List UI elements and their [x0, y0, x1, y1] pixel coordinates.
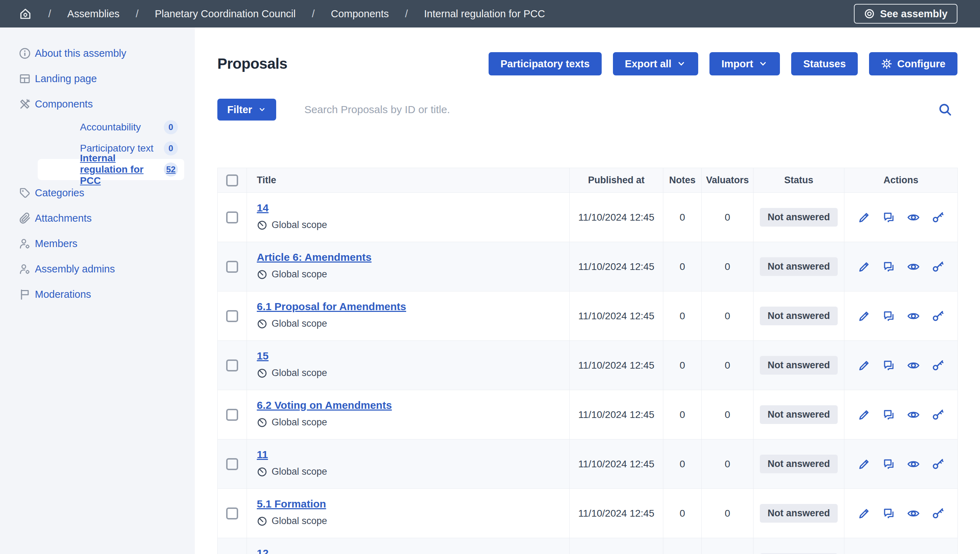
answer-proposal-button[interactable] — [882, 457, 896, 471]
search-button[interactable] — [933, 102, 958, 117]
home-icon[interactable] — [19, 7, 32, 21]
proposal-title-link[interactable]: 5.1 Formation — [257, 498, 326, 510]
proposal-title-link[interactable]: 15 — [257, 350, 269, 362]
eye-icon — [907, 260, 920, 274]
sidebar-item-assembly-admins[interactable]: Assembly admins — [0, 256, 195, 282]
sidebar-item-attachments[interactable]: Attachments — [0, 205, 195, 231]
sidebar-item-components[interactable]: Components — [0, 91, 195, 117]
sidebar-item-internal-regulation[interactable]: Internal regulation for PCC 52 — [38, 159, 184, 180]
answer-proposal-button[interactable] — [882, 211, 896, 224]
chat-icon — [882, 309, 896, 323]
row-checkbox[interactable] — [226, 508, 238, 519]
pencil-icon — [858, 408, 871, 422]
status-badge: Not answered — [760, 307, 838, 325]
eye-icon — [907, 507, 920, 520]
edit-proposal-button[interactable] — [858, 260, 871, 274]
preview-proposal-button[interactable] — [907, 211, 920, 224]
proposal-title-link[interactable]: 6.2 Voting on Amendments — [257, 399, 392, 411]
select-all-checkbox[interactable] — [226, 174, 238, 186]
answer-proposal-button[interactable] — [882, 408, 896, 422]
answer-proposal-button[interactable] — [882, 359, 896, 372]
permissions-proposal-button[interactable] — [931, 457, 945, 471]
row-checkbox[interactable] — [226, 458, 238, 470]
preview-proposal-button[interactable] — [907, 408, 920, 422]
sidebar-item-about[interactable]: About this assembly — [0, 41, 195, 66]
import-button[interactable]: Import — [710, 52, 780, 75]
proposal-title-link[interactable]: 11 — [257, 449, 268, 461]
table-row: 11 Global scope 11/10/2024 12:45 0 0 Not… — [218, 439, 958, 489]
eye-icon — [907, 408, 920, 422]
statuses-button[interactable]: Statuses — [791, 52, 858, 75]
edit-proposal-button[interactable] — [858, 309, 871, 323]
search-input[interactable] — [292, 99, 933, 121]
permissions-proposal-button[interactable] — [931, 260, 945, 274]
status-badge: Not answered — [760, 208, 838, 227]
button-label: Participatory texts — [501, 58, 590, 70]
breadcrumb-separator: / — [135, 8, 138, 20]
status-badge: Not answered — [760, 504, 838, 523]
globe-icon — [257, 516, 267, 527]
row-checkbox[interactable] — [226, 409, 238, 421]
sidebar-item-members[interactable]: Members — [0, 231, 195, 256]
sidebar-item-landing-page[interactable]: Landing page — [0, 66, 195, 91]
proposal-title-link[interactable]: 14 — [257, 202, 269, 214]
preview-proposal-button[interactable] — [907, 359, 920, 372]
breadcrumb-assemblies[interactable]: Assemblies — [67, 8, 119, 20]
button-label: Export all — [625, 58, 671, 70]
sidebar-item-label: Attachments — [35, 213, 92, 224]
filter-button[interactable]: Filter — [217, 99, 276, 121]
see-assembly-button[interactable]: See assembly — [854, 4, 958, 24]
edit-proposal-button[interactable] — [858, 211, 871, 224]
proposal-title-link[interactable]: Article 6: Amendments — [257, 251, 372, 263]
select-all-header — [218, 168, 247, 193]
breadcrumb-assembly-name[interactable]: Planetary Coordination Council — [154, 8, 296, 20]
row-checkbox[interactable] — [226, 261, 238, 273]
permissions-proposal-button[interactable] — [931, 359, 945, 372]
breadcrumb-current-component[interactable]: Internal regulation for PCC — [424, 8, 545, 20]
permissions-proposal-button[interactable] — [931, 507, 945, 520]
notes-cell: 0 — [663, 291, 702, 341]
user-gear-icon — [19, 237, 31, 250]
key-icon — [931, 359, 945, 372]
header-status: Status — [754, 168, 845, 193]
proposal-scope: Global scope — [257, 318, 569, 329]
answer-proposal-button[interactable] — [882, 260, 896, 274]
row-checkbox[interactable] — [226, 360, 238, 371]
proposal-scope: Global scope — [257, 368, 569, 379]
sidebar-item-moderations[interactable]: Moderations — [0, 282, 195, 307]
permissions-proposal-button[interactable] — [931, 309, 945, 323]
notes-cell: 0 — [663, 489, 702, 538]
edit-proposal-button[interactable] — [858, 457, 871, 471]
chat-icon — [882, 211, 896, 224]
proposal-title-link[interactable]: 12 — [257, 547, 269, 554]
proposals-table-body: 14 Global scope 11/10/2024 12:45 0 0 Not… — [218, 193, 958, 554]
chat-icon — [882, 457, 896, 471]
permissions-proposal-button[interactable] — [931, 408, 945, 422]
chat-icon — [882, 359, 896, 372]
status-badge: Not answered — [760, 257, 838, 276]
permissions-proposal-button[interactable] — [931, 211, 945, 224]
edit-proposal-button[interactable] — [858, 359, 871, 372]
export-all-button[interactable]: Export all — [613, 52, 698, 75]
table-row: 15 Global scope 11/10/2024 12:45 0 0 Not… — [218, 341, 958, 390]
edit-proposal-button[interactable] — [858, 408, 871, 422]
preview-proposal-button[interactable] — [907, 260, 920, 274]
row-checkbox[interactable] — [226, 212, 238, 223]
sidebar-item-accountability[interactable]: Accountability 0 — [38, 117, 184, 138]
edit-proposal-button[interactable] — [858, 507, 871, 520]
preview-proposal-button[interactable] — [907, 507, 920, 520]
row-checkbox[interactable] — [226, 310, 238, 322]
breadcrumb-components[interactable]: Components — [331, 8, 388, 20]
participatory-texts-button[interactable]: Participatory texts — [488, 52, 602, 75]
scope-label: Global scope — [272, 318, 327, 329]
notes-cell: 0 — [663, 439, 702, 489]
header-actions: Actions — [845, 168, 958, 193]
breadcrumb: / Assemblies / Planetary Coordination Co… — [19, 7, 545, 21]
preview-proposal-button[interactable] — [907, 309, 920, 323]
table-row: Article 6: Amendments Global scope 11/10… — [218, 242, 958, 291]
configure-button[interactable]: Configure — [869, 52, 958, 75]
answer-proposal-button[interactable] — [882, 507, 896, 520]
preview-proposal-button[interactable] — [907, 457, 920, 471]
proposal-title-link[interactable]: 6.1 Proposal for Amendments — [257, 301, 406, 313]
answer-proposal-button[interactable] — [882, 309, 896, 323]
